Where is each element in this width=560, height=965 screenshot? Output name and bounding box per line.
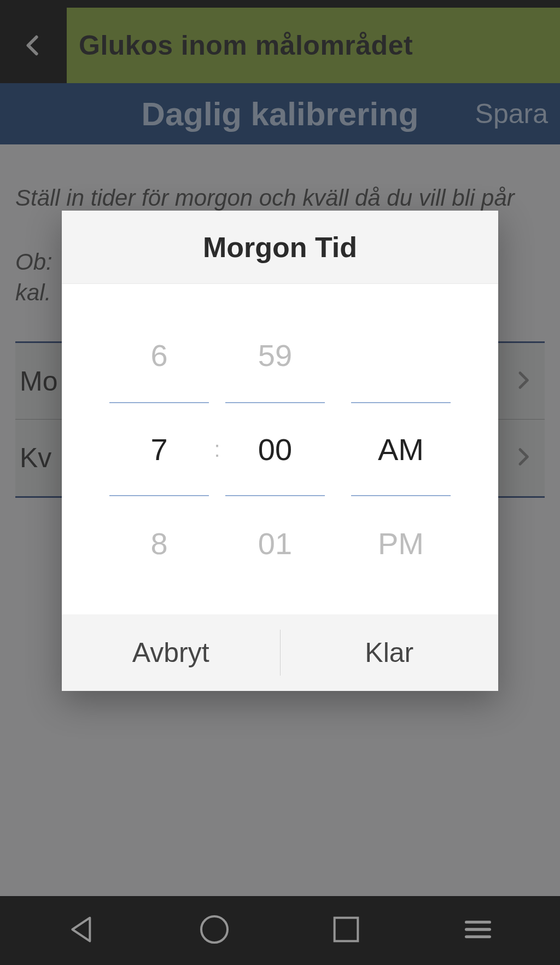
modal-overlay[interactable]: Morgon Tid 6 7 8 : 59 00 01 AM PM xyxy=(0,0,560,965)
time-picker: 6 7 8 : 59 00 01 AM PM xyxy=(62,284,498,614)
cancel-button[interactable]: Avbryt xyxy=(62,614,280,691)
hour-prev: 6 xyxy=(109,308,209,402)
hour-current: 7 xyxy=(109,402,209,496)
ampm-prev xyxy=(351,308,451,402)
app-screen: Glukos inom målområdet Daglig kalibrerin… xyxy=(0,0,560,965)
dialog-title-bar: Morgon Tid xyxy=(62,211,498,284)
dialog-title: Morgon Tid xyxy=(203,231,357,264)
hour-column[interactable]: 6 7 8 xyxy=(109,308,209,590)
ampm-column[interactable]: AM PM xyxy=(351,308,451,590)
minute-current: 00 xyxy=(225,402,325,496)
colon-separator: : xyxy=(209,437,225,462)
dialog-actions: Avbryt Klar xyxy=(62,614,498,691)
ampm-current: AM xyxy=(351,402,451,496)
hour-next: 8 xyxy=(109,496,209,590)
minute-next: 01 xyxy=(225,496,325,590)
done-button[interactable]: Klar xyxy=(281,614,499,691)
minute-column[interactable]: 59 00 01 xyxy=(225,308,325,590)
minute-prev: 59 xyxy=(225,308,325,402)
time-picker-dialog: Morgon Tid 6 7 8 : 59 00 01 AM PM xyxy=(62,211,498,691)
ampm-next: PM xyxy=(351,496,451,590)
